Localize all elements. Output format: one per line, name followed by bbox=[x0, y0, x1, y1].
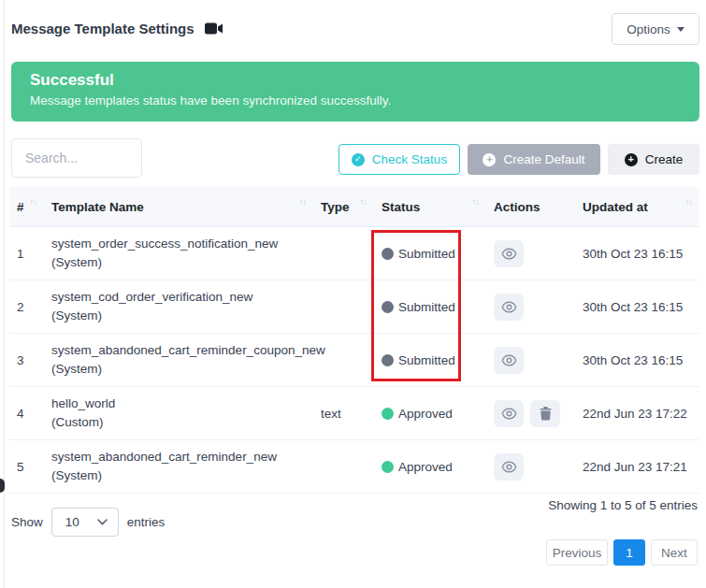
column-label: Type bbox=[321, 200, 350, 214]
check-circle-icon: ✓ bbox=[352, 153, 365, 166]
eye-icon bbox=[501, 354, 517, 366]
plus-circle-icon: + bbox=[625, 153, 638, 166]
options-button-label: Options bbox=[627, 22, 670, 36]
actions-cell bbox=[486, 294, 575, 321]
template-kind: (System) bbox=[51, 307, 306, 325]
actions-cell bbox=[486, 400, 575, 427]
row-number: 3 bbox=[9, 353, 44, 367]
options-button[interactable]: Options bbox=[612, 13, 699, 45]
eye-icon bbox=[501, 461, 517, 473]
search-input[interactable] bbox=[11, 138, 142, 178]
success-alert: Successful Message templates status have… bbox=[11, 62, 699, 122]
updated-at-cell: 22nd Jun 23 17:22 bbox=[575, 407, 699, 421]
template-kind: (System) bbox=[51, 253, 306, 272]
status-dot bbox=[382, 461, 394, 473]
page-1-button[interactable]: 1 bbox=[613, 539, 645, 566]
row-number: 4 bbox=[9, 407, 44, 421]
page-size-select[interactable]: 10 bbox=[51, 508, 119, 537]
show-entries-control: Show 10 entries bbox=[11, 508, 165, 537]
template-name-cell: system_abandoned_cart_reminder_coupon_ne… bbox=[44, 341, 313, 380]
pagination: Previous 1 Next bbox=[546, 539, 698, 566]
status-label: Submitted bbox=[398, 353, 455, 367]
video-camera-icon bbox=[205, 22, 223, 35]
next-page-button[interactable]: Next bbox=[651, 539, 698, 566]
table-row: 1 system_order_success_notification_new … bbox=[9, 227, 699, 280]
table-row: 5 system_abandoned_cart_reminder_new (Sy… bbox=[9, 440, 699, 494]
updated-at-cell: 30th Oct 23 16:15 bbox=[575, 247, 699, 261]
alert-title: Successful bbox=[30, 70, 681, 92]
table-row: 3 system_abandoned_cart_reminder_coupon_… bbox=[9, 334, 699, 387]
view-button[interactable] bbox=[494, 400, 524, 427]
column-label: Status bbox=[382, 200, 420, 214]
create-default-button[interactable]: + Create Default bbox=[468, 144, 600, 175]
updated-at-cell: 22nd Jun 23 17:21 bbox=[575, 460, 699, 474]
sort-icon: ↑↓ bbox=[472, 196, 480, 207]
chevron-down-icon bbox=[97, 519, 108, 525]
page-title: Message Template Settings bbox=[11, 21, 195, 36]
table-body: 1 system_order_success_notification_new … bbox=[9, 227, 699, 494]
eye-icon bbox=[501, 248, 517, 260]
check-status-label: Check Status bbox=[372, 152, 447, 166]
delete-button[interactable] bbox=[530, 400, 560, 427]
sort-icon: ↑↓ bbox=[360, 196, 367, 207]
template-name-cell: system_order_success_notification_new (S… bbox=[44, 235, 313, 273]
actions-cell bbox=[486, 347, 575, 374]
trash-icon bbox=[540, 407, 552, 421]
toolbar-buttons: ✓ Check Status + Create Default + Create bbox=[339, 144, 699, 175]
row-number: 5 bbox=[9, 460, 44, 474]
template-name-cell: system_cod_order_verification_new (Syste… bbox=[44, 288, 313, 326]
table-row: 2 system_cod_order_verification_new (Sys… bbox=[9, 280, 699, 334]
template-name-cell: system_abandoned_cart_reminder_new (Syst… bbox=[44, 448, 313, 486]
column-header-num[interactable]: # ↑↓ bbox=[9, 200, 44, 214]
column-label: Template Name bbox=[51, 200, 144, 214]
updated-at-cell: 30th Oct 23 16:15 bbox=[575, 353, 699, 367]
column-header-updated-at[interactable]: Updated at ↑↓ bbox=[575, 200, 699, 214]
column-header-type[interactable]: Type ↑↓ bbox=[313, 200, 374, 214]
template-name: system_order_success_notification_new bbox=[51, 235, 306, 253]
template-name: hello_world bbox=[51, 394, 306, 413]
view-button[interactable] bbox=[494, 453, 524, 480]
template-name: system_cod_order_verification_new bbox=[51, 288, 306, 307]
column-header-status[interactable]: Status ↑↓ bbox=[374, 200, 486, 214]
row-number: 1 bbox=[9, 247, 44, 261]
entries-label: entries bbox=[127, 515, 166, 529]
column-label: # bbox=[17, 200, 24, 214]
chevron-down-icon bbox=[677, 27, 684, 32]
message-template-settings-page: Message Template Settings Options Succes… bbox=[0, 0, 706, 588]
template-name-cell: hello_world (Custom) bbox=[44, 394, 313, 433]
status-cell: Submitted bbox=[374, 247, 486, 261]
row-number: 2 bbox=[9, 300, 44, 314]
create-button[interactable]: + Create bbox=[608, 144, 699, 175]
table-row: 4 hello_world (Custom) text Approved bbox=[9, 387, 699, 440]
template-kind: (System) bbox=[51, 466, 306, 485]
show-label: Show bbox=[11, 515, 43, 529]
create-label: Create bbox=[645, 152, 684, 166]
left-border-line bbox=[4, 0, 5, 588]
eye-icon bbox=[501, 408, 517, 420]
page-size-value: 10 bbox=[65, 515, 79, 529]
status-dot bbox=[382, 354, 394, 366]
status-label: Submitted bbox=[398, 247, 455, 261]
view-button[interactable] bbox=[494, 240, 524, 267]
status-cell: Approved bbox=[374, 407, 486, 421]
status-label: Submitted bbox=[398, 300, 455, 314]
previous-page-button[interactable]: Previous bbox=[546, 539, 608, 566]
sort-icon: ↑↓ bbox=[685, 196, 693, 207]
entries-summary: Showing 1 to 5 of 5 entries bbox=[548, 498, 698, 512]
create-default-label: Create Default bbox=[503, 152, 584, 166]
page-header: Message Template Settings bbox=[11, 21, 223, 36]
type-cell: text bbox=[313, 407, 374, 421]
template-name: system_abandoned_cart_reminder_coupon_ne… bbox=[51, 341, 306, 360]
actions-cell bbox=[486, 453, 575, 480]
check-status-button[interactable]: ✓ Check Status bbox=[339, 144, 460, 175]
templates-table: # ↑↓ Template Name ↑↓ Type ↑↓ Status ↑↓ … bbox=[9, 187, 699, 494]
view-button[interactable] bbox=[494, 347, 524, 374]
view-button[interactable] bbox=[494, 294, 524, 321]
template-kind: (System) bbox=[51, 360, 306, 379]
plus-circle-icon: + bbox=[483, 153, 496, 166]
column-header-template-name[interactable]: Template Name ↑↓ bbox=[44, 200, 313, 214]
status-label: Approved bbox=[398, 407, 453, 421]
actions-cell bbox=[486, 240, 575, 267]
status-dot bbox=[382, 301, 394, 313]
eye-icon bbox=[501, 301, 517, 313]
